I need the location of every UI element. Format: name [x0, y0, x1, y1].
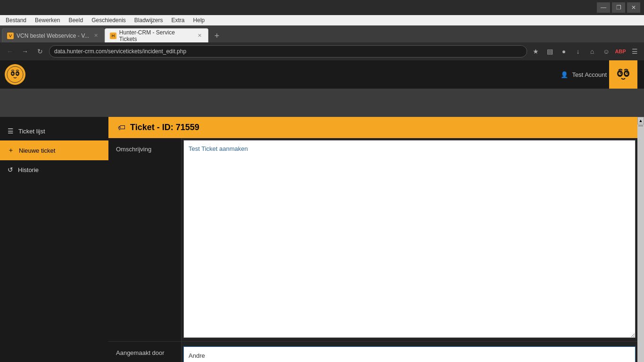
- historie-icon: ↺: [8, 166, 13, 173]
- home-button[interactable]: ⌂: [586, 46, 598, 57]
- back-button[interactable]: ←: [4, 45, 16, 58]
- menu-bestand[interactable]: Bestand: [2, 16, 30, 25]
- tab-hunter-label: Hunter-CRM - Service Tickets: [119, 29, 193, 42]
- close-button[interactable]: ✕: [627, 2, 640, 13]
- browser-window: — ❐ ✕ Bestand Bewerken Beeld Geschiedeni…: [0, 0, 644, 362]
- sidebar-item-historie[interactable]: ↺ Historie: [0, 160, 108, 179]
- menu-button[interactable]: ☰: [629, 46, 640, 57]
- aangemaakt-field: [182, 342, 637, 362]
- ticket-title: Ticket - ID: 71559: [130, 123, 199, 132]
- title-bar: — ❐ ✕: [0, 0, 644, 15]
- menu-extra[interactable]: Extra: [168, 16, 189, 25]
- aangemaakt-label: Aangemaakt door: [108, 342, 182, 362]
- new-tab-button[interactable]: +: [210, 29, 223, 42]
- svg-point-0: [7, 66, 23, 82]
- menu-geschiedenis[interactable]: Geschiedenis: [88, 16, 130, 25]
- bookmark-button[interactable]: ★: [530, 46, 541, 57]
- user-account-label[interactable]: Test Account: [572, 71, 607, 78]
- menu-help[interactable]: Help: [190, 16, 209, 25]
- pocket-button[interactable]: ●: [558, 46, 570, 57]
- svg-point-12: [627, 73, 628, 74]
- maximize-button[interactable]: ❐: [612, 2, 625, 13]
- tab-hunter-crm[interactable]: H Hunter-CRM - Service Tickets ✕: [105, 28, 208, 42]
- adblock-button[interactable]: ABP: [615, 46, 626, 57]
- tab-vcn-close[interactable]: ✕: [92, 32, 99, 40]
- sync-button[interactable]: ☺: [601, 46, 612, 57]
- tab-bar: V VCN bestel Webservice - V... ✕ H Hunte…: [0, 25, 644, 42]
- app-body: ☰ Ticket lijst ＋ Nieuwe ticket ↺ Histori…: [0, 117, 644, 362]
- omschrijving-textarea[interactable]: Test Ticket aanmaken: [183, 140, 636, 338]
- tab-hunter-close[interactable]: ✕: [196, 32, 203, 40]
- tab-vcn[interactable]: V VCN bestel Webservice - V... ✕: [2, 28, 105, 42]
- form-row-omschrijving: Omschrijving Test Ticket aanmaken: [108, 138, 637, 342]
- omschrijving-field: Test Ticket aanmaken: [182, 138, 637, 341]
- omschrijving-label: Omschrijving: [108, 138, 182, 341]
- user-icon: 👤: [561, 71, 568, 78]
- svg-point-6: [17, 73, 18, 74]
- tab-hunter-favicon: H: [110, 33, 116, 39]
- app-container: 👤 Test Account ▼: [0, 60, 644, 362]
- address-bar: ← → ↻ data.hunter-crm.com/servicetickets…: [0, 42, 644, 60]
- scrollbar-thumb[interactable]: [638, 125, 643, 126]
- menu-bar: Bestand Bewerken Beeld Geschiedenis Blad…: [0, 15, 644, 25]
- forward-button[interactable]: →: [19, 45, 31, 58]
- right-owl-logo: [609, 60, 637, 89]
- download-button[interactable]: ↓: [572, 46, 584, 57]
- browser-actions: ★ ▤ ● ↓ ⌂ ☺ ABP ☰: [530, 46, 640, 57]
- scrollbar-up[interactable]: ▲: [637, 117, 644, 124]
- sidebar-item-ticket-lijst[interactable]: ☰ Ticket lijst: [0, 122, 108, 140]
- menu-beeld[interactable]: Beeld: [65, 16, 87, 25]
- ticket-tag-icon: 🏷: [118, 123, 125, 132]
- title-bar-controls: — ❐ ✕: [597, 2, 640, 13]
- menu-bladwijzers[interactable]: Bladwijzers: [131, 16, 167, 25]
- menu-bewerken[interactable]: Bewerken: [31, 16, 64, 25]
- minimize-button[interactable]: —: [597, 2, 610, 13]
- app-scrollbar[interactable]: ▲ ▼: [637, 117, 644, 362]
- tab-vcn-label: VCN bestel Webservice - V...: [17, 33, 89, 39]
- ticket-header: 🏷 Ticket - ID: 71559: [108, 117, 637, 138]
- nieuwe-ticket-icon: ＋: [8, 146, 14, 155]
- form-area: Omschrijving Test Ticket aanmaken Aangem…: [108, 138, 637, 362]
- ticket-lijst-icon: ☰: [8, 127, 14, 135]
- sidebar: ☰ Ticket lijst ＋ Nieuwe ticket ↺ Histori…: [0, 117, 108, 362]
- aangemaakt-input[interactable]: [183, 346, 636, 362]
- form-row-aangemaakt: Aangemaakt door: [108, 342, 637, 362]
- main-content: 🏷 Ticket - ID: 71559 Omschrijving Test T…: [108, 117, 637, 362]
- tab-vcn-favicon: V: [7, 33, 14, 39]
- sidebar-nieuwe-ticket-label: Nieuwe ticket: [19, 147, 55, 154]
- url-bar[interactable]: data.hunter-crm.com/servicetickets/incid…: [49, 45, 527, 58]
- svg-point-11: [620, 73, 621, 74]
- url-text: data.hunter-crm.com/servicetickets/incid…: [54, 48, 186, 55]
- refresh-button[interactable]: ↻: [34, 45, 46, 58]
- svg-point-5: [13, 73, 14, 74]
- sidebar-historie-label: Historie: [18, 166, 39, 173]
- reader-button[interactable]: ▤: [544, 46, 555, 57]
- app-logo: [5, 64, 25, 85]
- sidebar-item-nieuwe-ticket[interactable]: ＋ Nieuwe ticket: [0, 140, 108, 160]
- sidebar-ticket-lijst-label: Ticket lijst: [18, 128, 45, 135]
